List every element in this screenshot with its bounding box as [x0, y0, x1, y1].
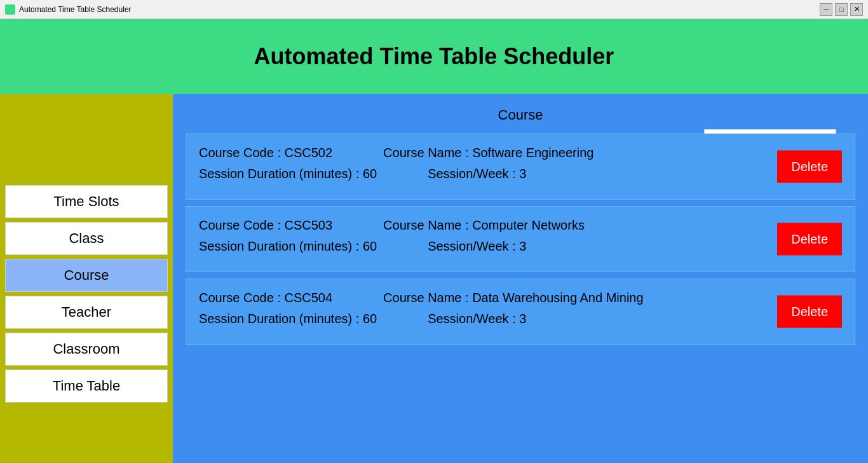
sidebar-item-teacher[interactable]: Teacher	[5, 296, 168, 329]
course-card-row-3-top: Course Code : CSC504 Course Name : Data …	[199, 291, 842, 305]
course-card-row-3-bottom: Session Duration (minutes) : 60 Session/…	[199, 312, 842, 326]
course-code-label-3: Course Code : CSC504	[199, 291, 332, 305]
session-duration-label-2: Session Duration (minutes) : 60	[199, 239, 377, 254]
title-bar-controls: ─ □ ✕	[820, 3, 863, 16]
course-card-row-2-bottom: Session Duration (minutes) : 60 Session/…	[199, 239, 842, 254]
title-bar-left: Automated Time Table Scheduler	[5, 4, 132, 15]
maximize-button[interactable]: □	[835, 3, 848, 16]
delete-button-1[interactable]: Delete	[777, 151, 842, 183]
course-name-label-3: Course Name : Data Warehousing And Minin…	[383, 291, 643, 305]
course-code-label-1: Course Code : CSC502	[199, 146, 332, 160]
sidebar-item-timeslots[interactable]: Time Slots	[5, 185, 168, 218]
app-header: Automated Time Table Scheduler	[0, 19, 868, 94]
course-card-1: Course Code : CSC502 Course Name : Softw…	[186, 134, 855, 200]
course-name-label-1: Course Name : Software Engineering	[383, 146, 593, 160]
course-card-3: Course Code : CSC504 Course Name : Data …	[186, 279, 855, 345]
title-bar: Automated Time Table Scheduler ─ □ ✕	[0, 0, 868, 19]
course-card-2: Course Code : CSC503 Course Name : Compu…	[186, 206, 855, 272]
delete-button-2[interactable]: Delete	[777, 223, 842, 256]
sidebar-item-classroom[interactable]: Classroom	[5, 333, 168, 366]
course-name-label-2: Course Name : Computer Networks	[383, 218, 585, 233]
minimize-button[interactable]: ─	[820, 3, 832, 16]
course-list[interactable]: Course Code : CSC502 Course Name : Softw…	[186, 134, 855, 420]
app-title: Automated Time Table Scheduler	[254, 43, 614, 70]
sidebar-item-timetable[interactable]: Time Table	[5, 370, 168, 403]
delete-button-3[interactable]: Delete	[777, 296, 842, 328]
session-week-label-3: Session/Week : 3	[428, 312, 526, 326]
close-button[interactable]: ✕	[850, 3, 863, 16]
app-icon	[5, 4, 15, 15]
sidebar: Time Slots Class Course Teacher Classroo…	[0, 94, 173, 463]
sidebar-item-class[interactable]: Class	[5, 222, 168, 255]
session-duration-label-3: Session Duration (minutes) : 60	[199, 312, 377, 326]
course-code-label-2: Course Code : CSC503	[199, 218, 332, 233]
course-card-row-1-top: Course Code : CSC502 Course Name : Softw…	[199, 146, 842, 160]
session-duration-label-1: Session Duration (minutes) : 60	[199, 167, 377, 181]
session-week-label-2: Session/Week : 3	[428, 239, 526, 254]
session-week-label-1: Session/Week : 3	[428, 167, 526, 181]
content-title: Course	[186, 107, 855, 123]
content-area: Course + Create Course Course Code : CSC…	[173, 94, 868, 463]
course-card-row-1-bottom: Session Duration (minutes) : 60 Session/…	[199, 167, 842, 181]
title-bar-text: Automated Time Table Scheduler	[19, 5, 132, 14]
course-card-row-2-top: Course Code : CSC503 Course Name : Compu…	[199, 218, 842, 233]
sidebar-item-course[interactable]: Course	[5, 259, 168, 292]
main-layout: Time Slots Class Course Teacher Classroo…	[0, 94, 868, 463]
